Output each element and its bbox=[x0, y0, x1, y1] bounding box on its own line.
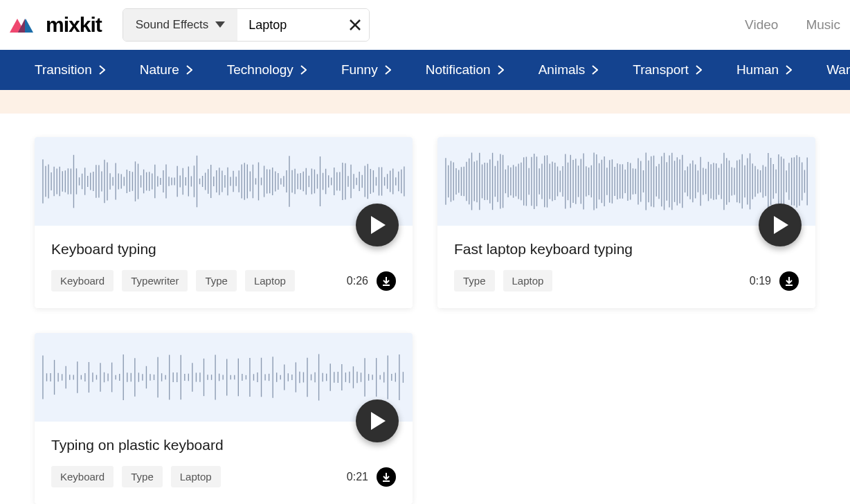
svg-marker-377 bbox=[371, 412, 386, 430]
category-nature[interactable]: Nature bbox=[140, 62, 192, 78]
nav-right: Video Music bbox=[745, 17, 840, 33]
chevron-right-icon bbox=[385, 65, 391, 75]
chevron-right-icon bbox=[300, 65, 307, 75]
download-icon bbox=[381, 276, 391, 286]
category-technology[interactable]: Technology bbox=[227, 62, 307, 78]
category-label: Nature bbox=[140, 62, 179, 78]
chevron-right-icon bbox=[786, 65, 792, 75]
tag[interactable]: Type bbox=[122, 466, 163, 487]
tag[interactable]: Keyboard bbox=[51, 270, 114, 291]
play-button[interactable] bbox=[759, 204, 802, 246]
category-label: Animals bbox=[539, 62, 586, 78]
category-label: Technology bbox=[227, 62, 293, 78]
waveform[interactable] bbox=[35, 333, 413, 422]
chevron-right-icon bbox=[186, 65, 192, 75]
svg-marker-3 bbox=[215, 21, 225, 28]
search-clear-button[interactable] bbox=[341, 9, 369, 41]
tag[interactable]: Laptop bbox=[245, 270, 295, 291]
play-icon bbox=[369, 412, 386, 430]
logo-mark-icon bbox=[10, 15, 42, 35]
sound-title[interactable]: Typing on plastic keyboard bbox=[51, 437, 396, 453]
chevron-right-icon bbox=[498, 65, 504, 75]
close-icon bbox=[349, 19, 361, 31]
category-label: Funny bbox=[341, 62, 378, 78]
sound-title[interactable]: Fast laptop keyboard typing bbox=[454, 241, 799, 258]
nav-link-video[interactable]: Video bbox=[745, 17, 778, 33]
play-button[interactable] bbox=[356, 399, 399, 442]
card-footer: TypeLaptop0:19 bbox=[454, 270, 799, 291]
play-button[interactable] bbox=[356, 204, 399, 246]
duration: 0:21 bbox=[347, 471, 368, 483]
card-footer: KeyboardTypeLaptop0:21 bbox=[51, 466, 396, 487]
card-footer: KeyboardTypewriterTypeLaptop0:26 bbox=[51, 270, 396, 291]
results-grid: Keyboard typingKeyboardTypewriterTypeLap… bbox=[0, 114, 850, 504]
category-label: Transport bbox=[633, 62, 689, 78]
sound-card: Keyboard typingKeyboardTypewriterTypeLap… bbox=[35, 137, 413, 308]
download-button[interactable] bbox=[377, 467, 396, 487]
download-button[interactable] bbox=[377, 271, 396, 291]
svg-marker-136 bbox=[371, 216, 386, 234]
category-bar: TransitionNatureTechnologyFunnyNotificat… bbox=[0, 50, 850, 90]
download-button[interactable] bbox=[779, 271, 799, 291]
duration: 0:19 bbox=[750, 275, 771, 287]
category-label: Transition bbox=[35, 62, 92, 78]
search-input[interactable] bbox=[237, 9, 341, 41]
category-animals[interactable]: Animals bbox=[539, 62, 599, 78]
category-notification[interactable]: Notification bbox=[426, 62, 504, 78]
search-category-dropdown[interactable]: Sound Effects bbox=[123, 9, 238, 41]
nav-link-music[interactable]: Music bbox=[806, 17, 840, 33]
svg-marker-279 bbox=[774, 216, 788, 234]
category-label: Human bbox=[736, 62, 779, 78]
category-warfare[interactable]: Warfare bbox=[826, 62, 850, 78]
card-body: Typing on plastic keyboardKeyboardTypeLa… bbox=[35, 422, 413, 504]
tag[interactable]: Laptop bbox=[503, 270, 553, 291]
category-human[interactable]: Human bbox=[736, 62, 792, 78]
chevron-right-icon bbox=[592, 65, 598, 75]
duration: 0:26 bbox=[347, 275, 368, 287]
header: mixkit Sound Effects Video Music bbox=[0, 0, 850, 50]
chevron-down-icon bbox=[215, 21, 225, 28]
category-label: Notification bbox=[426, 62, 491, 78]
chevron-right-icon bbox=[696, 65, 702, 75]
tag[interactable]: Type bbox=[454, 270, 495, 291]
category-label: Warfare bbox=[826, 62, 850, 78]
logo-text: mixkit bbox=[46, 13, 102, 37]
category-funny[interactable]: Funny bbox=[341, 62, 391, 78]
tag[interactable]: Laptop bbox=[171, 466, 221, 487]
play-icon bbox=[369, 216, 386, 234]
search-box: Sound Effects bbox=[123, 8, 370, 42]
sound-title[interactable]: Keyboard typing bbox=[51, 241, 396, 258]
tag[interactable]: Typewriter bbox=[122, 270, 188, 291]
play-icon bbox=[772, 216, 788, 234]
card-body: Keyboard typingKeyboardTypewriterTypeLap… bbox=[35, 226, 413, 308]
card-body: Fast laptop keyboard typingTypeLaptop0:1… bbox=[437, 226, 815, 308]
promo-banner bbox=[0, 90, 850, 114]
chevron-right-icon bbox=[99, 65, 105, 75]
waveform[interactable] bbox=[437, 137, 815, 226]
waveform[interactable] bbox=[35, 137, 413, 226]
category-transition[interactable]: Transition bbox=[35, 62, 105, 78]
search-category-label: Sound Effects bbox=[136, 18, 209, 32]
category-transport[interactable]: Transport bbox=[633, 62, 702, 78]
tag[interactable]: Keyboard bbox=[51, 466, 114, 487]
logo[interactable]: mixkit bbox=[10, 13, 102, 37]
download-icon bbox=[381, 472, 391, 482]
tag[interactable]: Type bbox=[196, 270, 237, 291]
sound-card: Fast laptop keyboard typingTypeLaptop0:1… bbox=[437, 137, 815, 308]
download-icon bbox=[784, 276, 794, 286]
sound-card: Typing on plastic keyboardKeyboardTypeLa… bbox=[35, 333, 413, 504]
